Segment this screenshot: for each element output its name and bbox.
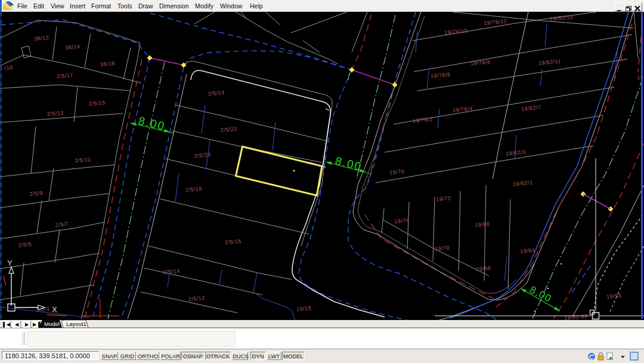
svg-text:/10: /10 (4, 64, 13, 71)
svg-text:2/5/9: 2/5/9 (29, 190, 43, 197)
svg-text:2/5/5: 2/5/5 (18, 241, 32, 248)
svg-text:Layout1: Layout1 (66, 321, 86, 327)
svg-text:Model: Model (44, 321, 60, 327)
svg-text:2/5/7: 2/5/7 (55, 221, 69, 228)
svg-text:Y: Y (7, 259, 13, 267)
svg-text:X: X (52, 305, 57, 314)
